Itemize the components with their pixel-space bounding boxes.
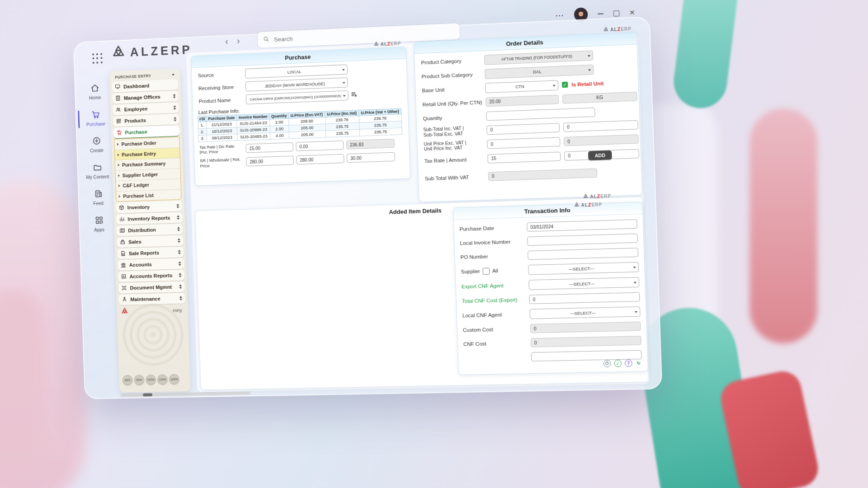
- retail-price-input[interactable]: 30.00: [347, 152, 395, 163]
- waffle-menu-icon[interactable]: [92, 53, 103, 64]
- product-sub-category-dropdown[interactable]: DAL: [485, 64, 594, 79]
- menu-item-dashboard[interactable]: Dashboard: [112, 79, 179, 93]
- order-tax-rate-input[interactable]: 15: [487, 152, 561, 164]
- zoom-level-80[interactable]: 80%: [123, 375, 133, 385]
- zoom-level-120[interactable]: 120%: [169, 374, 179, 385]
- po-number-input[interactable]: [528, 248, 638, 260]
- export-cnf-agent-dropdown[interactable]: ---SELECT---: [528, 277, 639, 290]
- source-dropdown[interactable]: LOCAL: [245, 65, 348, 79]
- menu-item-manage-offices[interactable]: Manage Offices: [112, 91, 179, 104]
- base-unit-label: Base Unit: [422, 85, 485, 93]
- purchase-submenu: Purchase OrderPurchase EntryPurchase Sum…: [114, 137, 182, 202]
- chevron-right-icon: [118, 184, 120, 187]
- alzerp-logo-text: ALZERP: [130, 43, 193, 59]
- subtotal-with-vat-input: 0: [488, 168, 598, 181]
- table-cell: 09/12/2023: [207, 134, 237, 141]
- menu-item-label: Sales: [128, 239, 142, 245]
- refresh-icon[interactable]: ↻: [635, 360, 642, 366]
- sort-icon: [177, 216, 179, 220]
- minimize-icon[interactable]: [598, 13, 604, 14]
- export-cnf-agent-label: Export CNF Agent: [462, 282, 529, 290]
- retail-unit-label: Retail Unit (Qty. Per CTN): [422, 99, 486, 107]
- menu-item-document-mgmnt[interactable]: Document Mgmnt: [118, 281, 185, 293]
- table-cell: 4.00: [270, 132, 289, 139]
- monitor-icon: [115, 84, 121, 90]
- local-cnf-agent-dropdown[interactable]: ---SELECT---: [529, 306, 640, 319]
- tax-rate-amount-label: Tax Rate | Amount: [424, 156, 487, 164]
- supplier-dropdown[interactable]: ---SELECT---: [528, 262, 639, 275]
- zoom-level-90[interactable]: 90%: [134, 375, 145, 385]
- submenu-item-label: Purchase Entry: [122, 151, 156, 157]
- wholesale-price-input[interactable]: 280.00: [296, 154, 344, 165]
- product-name-dropdown[interactable]: CASSIA GIRFA (DARCINI)1X20KG(BAG) (11000…: [246, 90, 349, 104]
- menu-item-products[interactable]: Products: [113, 114, 179, 127]
- zoom-level-100[interactable]: 100%: [146, 375, 156, 385]
- is-retail-unit-checkbox[interactable]: ✓: [562, 82, 568, 88]
- local-invoice-input[interactable]: [527, 234, 638, 246]
- receiving-store-dropdown[interactable]: JEDDAH (MAIN WAREHOUSE): [245, 77, 348, 91]
- supplier-all-checkbox[interactable]: [483, 267, 490, 274]
- menu-item-accounts[interactable]: Accounts: [118, 258, 184, 271]
- submenu-item-label: Purchase Order: [121, 141, 156, 147]
- menu-item-purchase[interactable]: Purchase: [113, 125, 180, 138]
- menu-item-sale-reports[interactable]: Sale Reports: [117, 247, 184, 259]
- chevron-down-icon: [342, 69, 345, 71]
- apps-icon: [94, 216, 104, 226]
- unit-price-exc-input[interactable]: 0: [487, 137, 560, 149]
- supplier-all-label: All: [492, 268, 498, 273]
- user-row[interactable]: rony: [119, 303, 186, 316]
- subtotal-label: Sub-Total Inc. VAT |Sub-Total Exc. VAT: [423, 125, 487, 138]
- purchase-panel: ALZERP Purchase Source LOCAL Receiving S…: [191, 47, 410, 186]
- close-icon[interactable]: ✕: [629, 9, 635, 17]
- more-options-icon[interactable]: ⋯: [555, 10, 565, 21]
- rail-item-create[interactable]: Create: [82, 134, 111, 155]
- menu-item-inventory-reports[interactable]: Inventory Reports: [116, 212, 183, 225]
- menu-item-label: Document Mgmnt: [130, 284, 172, 291]
- submenu-item-purchase-list[interactable]: Purchase List: [116, 189, 181, 202]
- power-icon[interactable]: ⏻: [604, 360, 611, 367]
- horizontal-scrollbar[interactable]: [120, 391, 250, 397]
- menu-item-employee[interactable]: Employee: [113, 102, 179, 115]
- subtotal-exc-vat-input[interactable]: 0: [563, 120, 638, 132]
- rail-item-my-content[interactable]: My Content: [83, 160, 112, 182]
- base-unit-dropdown[interactable]: CTN: [485, 80, 558, 93]
- rail-item-label: Create: [90, 147, 104, 153]
- menu-item-accounts-reports[interactable]: Accounts Reports: [118, 270, 185, 282]
- subtotal-inc-vat-input[interactable]: 0: [486, 123, 560, 135]
- menu-item-sales[interactable]: Sales: [117, 235, 184, 248]
- chartbox-icon: [121, 273, 127, 280]
- zoom-level-110[interactable]: 110%: [157, 374, 168, 385]
- scrollbar-thumb[interactable]: [143, 393, 152, 396]
- filechart-icon: [120, 250, 126, 257]
- submenu-item-label: C&F Ledger: [123, 182, 149, 188]
- playlist-add-icon[interactable]: [351, 91, 358, 99]
- sort-icon: [179, 273, 181, 277]
- purchase-date-input[interactable]: 03/01/2024: [527, 219, 637, 231]
- maximize-icon[interactable]: [613, 10, 619, 16]
- menu-item-distribution[interactable]: Distribution: [116, 224, 183, 236]
- search-input[interactable]: [273, 28, 435, 43]
- product-category-label: Product Category: [421, 57, 484, 65]
- add-button[interactable]: ADD: [588, 150, 612, 160]
- quantity-input[interactable]: [486, 107, 595, 120]
- sr-price-input[interactable]: 280.00: [246, 156, 294, 166]
- chevron-down-icon: [343, 95, 346, 97]
- product-category-dropdown[interactable]: AFTAB TRADING (FOR FOODSTUFFS): [484, 50, 594, 65]
- back-icon[interactable]: ‹: [225, 36, 228, 47]
- help-icon[interactable]: ?: [625, 359, 632, 367]
- forward-icon[interactable]: ›: [237, 36, 240, 46]
- total-cnf-cost-input[interactable]: 0: [529, 292, 640, 304]
- check-icon[interactable]: ✓: [614, 360, 622, 367]
- discount-rate-input[interactable]: 0.00: [296, 141, 344, 151]
- rail-item-feed[interactable]: Feed: [84, 187, 113, 208]
- rail-item-home[interactable]: Home: [80, 81, 109, 102]
- menu-item-maintenance[interactable]: Maintenance: [118, 293, 185, 305]
- rail-item-apps[interactable]: Apps: [85, 213, 113, 235]
- rail-item-purchase[interactable]: Purchase: [81, 108, 110, 129]
- retail-unit-qty-input[interactable]: 20.00: [486, 94, 559, 106]
- menu-item-inventory[interactable]: Inventory: [116, 201, 183, 213]
- purchase-price-input[interactable]: 236.83: [346, 139, 395, 150]
- tax-rate-input[interactable]: 15.00: [245, 142, 293, 153]
- office-icon: [115, 95, 121, 102]
- menu-item-label: Sale Reports: [129, 250, 159, 256]
